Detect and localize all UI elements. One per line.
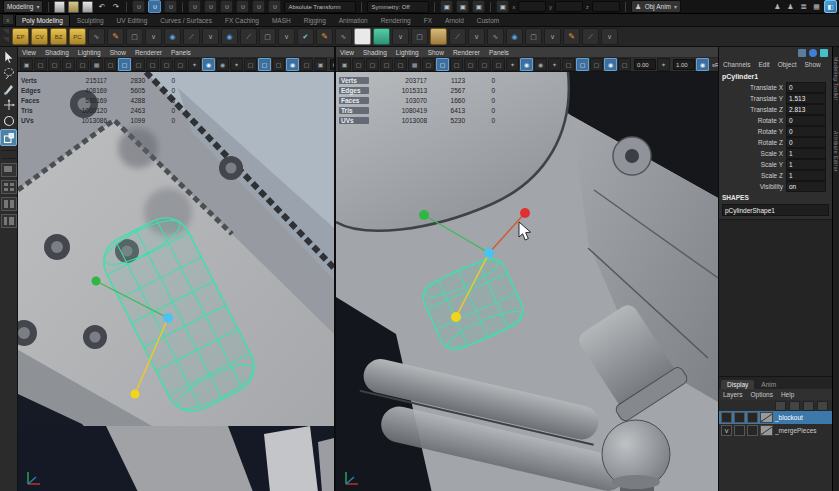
anti-aliasing-icon[interactable]: [286, 58, 299, 71]
menu-show[interactable]: Show: [428, 49, 444, 56]
input-line-mode-field[interactable]: Absolute Transform: [284, 1, 356, 13]
xray-icon[interactable]: [314, 58, 327, 71]
anim-curve-icon[interactable]: [809, 49, 817, 57]
image-plane-icon[interactable]: [76, 58, 89, 71]
shelf-tab-uv-editing[interactable]: UV Editing: [111, 15, 154, 26]
grid-toggle-icon[interactable]: [90, 58, 103, 71]
lock-camera-icon[interactable]: [34, 58, 47, 71]
make-live-icon[interactable]: [220, 0, 233, 13]
textured-mode-icon[interactable]: [216, 58, 229, 71]
wedge-tool-icon[interactable]: [468, 28, 485, 45]
curve-tool-icon[interactable]: BZ: [50, 28, 67, 45]
anti-aliasing-icon[interactable]: [604, 58, 617, 71]
layer-row[interactable]: V _mergePieces: [719, 424, 832, 437]
menu-help[interactable]: Help: [781, 391, 794, 398]
paint-select-tool-icon[interactable]: [1, 81, 16, 96]
shelf-tab-animation[interactable]: Animation: [333, 15, 374, 26]
menu-view[interactable]: View: [22, 49, 36, 56]
view-transform-icon[interactable]: [696, 58, 709, 71]
vertex-handle-yellow[interactable]: [131, 390, 140, 399]
snap-scale-icon[interactable]: [268, 0, 281, 13]
menu-panels[interactable]: Panels: [171, 49, 191, 56]
y-input-field[interactable]: [555, 1, 583, 12]
new-scene-icon[interactable]: [54, 1, 65, 13]
menu-renderer[interactable]: Renderer: [453, 49, 480, 56]
save-scene-icon[interactable]: [82, 1, 93, 13]
motion-blur-icon[interactable]: [272, 58, 285, 71]
menu-renderer[interactable]: Renderer: [135, 49, 162, 56]
move-layer-down-icon[interactable]: [789, 401, 800, 411]
bridge-tool-icon[interactable]: [278, 28, 295, 45]
film-gate-icon[interactable]: [422, 58, 435, 71]
menu-lighting[interactable]: Lighting: [78, 49, 101, 56]
channel-value-field[interactable]: 0: [786, 126, 826, 137]
gamma-field[interactable]: 1.00: [673, 59, 695, 70]
layer-playback-toggle[interactable]: [734, 412, 745, 423]
sidebar-tab-modeling-toolkit[interactable]: Modeling Toolkit: [833, 57, 839, 101]
layer-color-chip[interactable]: [760, 412, 773, 423]
poly-cube-icon[interactable]: [126, 28, 143, 45]
menu-view[interactable]: View: [340, 49, 354, 56]
layer-display-type-toggle[interactable]: [747, 412, 758, 423]
curve-tool-icon[interactable]: EP: [12, 28, 29, 45]
redo-icon[interactable]: [110, 1, 121, 12]
layer-name[interactable]: _mergePieces: [775, 427, 817, 434]
shelf-tab-poly-modeling[interactable]: Poly Modeling: [15, 14, 70, 26]
exposure-field[interactable]: 0.00: [634, 59, 656, 70]
z-input-field[interactable]: [592, 1, 620, 12]
channel-value-field[interactable]: 0: [786, 137, 826, 148]
poly-sphere-icon[interactable]: [88, 28, 105, 45]
safe-action-icon[interactable]: [160, 58, 173, 71]
poly-torus-icon[interactable]: [202, 28, 219, 45]
screen-space-ao-icon[interactable]: [258, 58, 271, 71]
snap-to-grid-icon[interactable]: [132, 0, 145, 13]
bevel-tool-icon[interactable]: [240, 28, 257, 45]
lock-camera-icon[interactable]: [352, 58, 365, 71]
shelf-extra-icon[interactable]: [563, 28, 580, 45]
checker-tool-icon[interactable]: [506, 28, 523, 45]
shelf-menu-icon[interactable]: [2, 14, 14, 25]
move-tool-icon[interactable]: [1, 97, 16, 112]
vertex-handle-yellow[interactable]: [451, 312, 461, 322]
snap-to-point-icon[interactable]: [164, 0, 177, 13]
teal-material-icon[interactable]: [373, 28, 390, 45]
wireframe-mode-icon[interactable]: [506, 58, 519, 71]
vertex-handle-green[interactable]: [419, 210, 429, 220]
layer-name[interactable]: _blockout: [775, 414, 803, 421]
lattice-tool-icon[interactable]: [525, 28, 542, 45]
speed-ramp-icon[interactable]: [798, 49, 806, 57]
isolate-select-icon[interactable]: [618, 58, 631, 71]
use-all-lights-icon[interactable]: [230, 58, 243, 71]
menu-show[interactable]: Show: [110, 49, 126, 56]
channel-value-field[interactable]: 1.513: [786, 93, 826, 104]
shadows-icon[interactable]: [244, 58, 257, 71]
menu-shading[interactable]: Shading: [45, 49, 69, 56]
target-weld-icon[interactable]: [335, 28, 352, 45]
curve-tool-icon[interactable]: PC: [69, 28, 86, 45]
particle-tool-icon[interactable]: [164, 28, 181, 45]
layout-single-pane-button[interactable]: [1, 163, 17, 177]
shelf-tab-rigging[interactable]: Rigging: [298, 15, 332, 26]
layout-outliner-persp-button[interactable]: [1, 214, 17, 228]
viewport-left[interactable]: View Shading Lighting Show Renderer Pane…: [18, 47, 334, 491]
screen-space-ao-icon[interactable]: [576, 58, 589, 71]
shelf-tab-fx-caching[interactable]: FX Caching: [219, 15, 265, 26]
camera-attributes-icon[interactable]: [48, 58, 61, 71]
humanik-icon[interactable]: [785, 1, 796, 12]
safe-title-icon[interactable]: [492, 58, 505, 71]
motion-blur-icon[interactable]: [590, 58, 603, 71]
viewport-right[interactable]: View Shading Lighting Show Renderer Pane…: [336, 47, 718, 491]
nurbs-circle-icon[interactable]: [221, 28, 238, 45]
render-settings-icon[interactable]: [496, 0, 509, 13]
booleans-tool-icon[interactable]: [449, 28, 466, 45]
poly-plane-icon[interactable]: [183, 28, 200, 45]
sidebar-tab-attribute-editor[interactable]: Attribute Editor: [833, 131, 839, 172]
layout-four-pane-button[interactable]: [1, 180, 17, 194]
pause-viewport-icon[interactable]: [472, 0, 485, 13]
viewport-right-canvas[interactable]: Verts20371711230 Edges101531325670 Faces…: [336, 72, 718, 491]
mirror-tool-icon[interactable]: [430, 28, 447, 45]
create-layer-from-selected-icon[interactable]: [817, 401, 828, 411]
speaker-icon[interactable]: [657, 58, 670, 71]
multi-cut-icon[interactable]: [297, 28, 314, 45]
layer-visibility-toggle[interactable]: V: [721, 425, 732, 436]
